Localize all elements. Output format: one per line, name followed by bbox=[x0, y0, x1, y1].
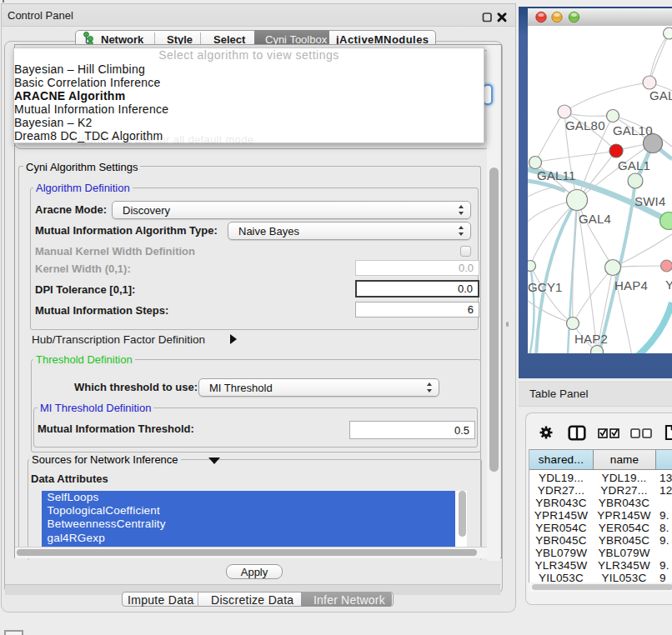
svg-text:GAL80: GAL80 bbox=[565, 118, 605, 132]
svg-text:GAL: GAL bbox=[649, 88, 672, 102]
svg-text:HAP2: HAP2 bbox=[574, 332, 608, 346]
svg-text:SWI4: SWI4 bbox=[634, 194, 665, 208]
svg-text:GAL10: GAL10 bbox=[613, 123, 653, 138]
svg-text:GCY1: GCY1 bbox=[528, 280, 563, 294]
svg-text:GAL1: GAL1 bbox=[618, 158, 650, 172]
svg-text:GAL4: GAL4 bbox=[579, 212, 611, 226]
svg-text:HAP4: HAP4 bbox=[614, 278, 648, 292]
svg-text:GAL11: GAL11 bbox=[537, 168, 576, 182]
svg-text:Y: Y bbox=[665, 278, 672, 292]
